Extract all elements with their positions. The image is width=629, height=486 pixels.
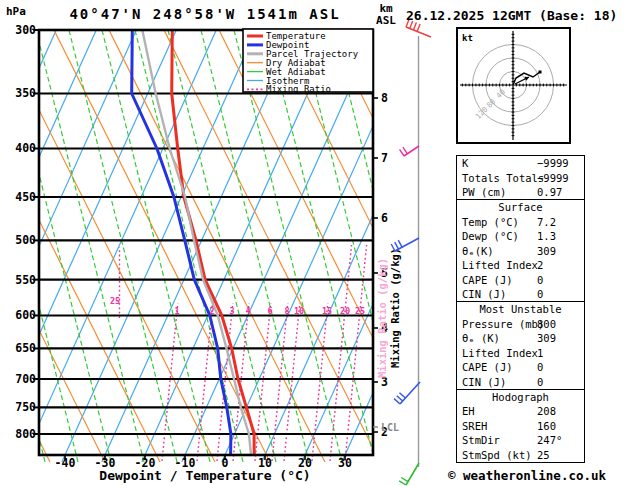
info-row: PW (cm)0.97 (457, 185, 584, 199)
hodograph-trace-end (539, 71, 542, 74)
info-row: θₑ (K)309 (457, 331, 584, 345)
km-tick-label: 7 (381, 151, 388, 165)
isotherm-line (0, 30, 16, 462)
mixing-ratio-label: 20 (340, 306, 350, 316)
info-value: 208 (537, 405, 556, 417)
pressure-tick-label: 800 (15, 427, 36, 441)
mixing-ratio-label: 2 (209, 306, 214, 316)
temp-tick-label: -40 (55, 456, 76, 470)
info-row: CAPE (J)0 (457, 360, 584, 374)
info-row: Temp (°C)7.2 (457, 215, 584, 229)
info-row: Lifted Index2 (457, 258, 584, 272)
info-row: EH208 (457, 404, 584, 418)
wind-barb (399, 463, 419, 485)
info-row: K−9999 (457, 156, 584, 170)
info-label: EH (457, 405, 475, 417)
info-label: SREH (457, 420, 487, 432)
info-value: 0.97 (537, 186, 562, 198)
watermark: © weatheronline.co.uk (448, 468, 606, 483)
info-row: CIN (J)0 (457, 374, 584, 388)
station-title: 40°47'N 248°58'W 1541m ASL (40, 6, 370, 22)
info-value: 247° (537, 434, 562, 446)
barb-tick (401, 477, 408, 481)
pressure-tick-label: 550 (15, 273, 36, 287)
pressure-tick-label: 400 (15, 141, 36, 155)
legend: TemperatureDewpointParcel TrajectoryDry … (243, 29, 373, 94)
info-value: 309 (537, 332, 556, 344)
info-value: 0 (537, 361, 543, 373)
info-label: CIN (J) (457, 288, 506, 300)
pressure-tick-label: 500 (15, 233, 36, 247)
info-label: Pressure (mb) (457, 318, 544, 330)
info-label: Totals Totals (457, 172, 544, 184)
barb-tick (397, 396, 403, 401)
mixing-ratio-label: 8 (284, 306, 289, 316)
hodograph-unit-label: kt (462, 33, 473, 43)
info-label: CAPE (J) (457, 361, 513, 373)
info-value: 1 (537, 347, 543, 359)
info-row: StmDir247° (457, 433, 584, 447)
wind-barb (394, 382, 420, 404)
barb-tick (394, 399, 400, 404)
info-label: θₑ (K) (457, 332, 500, 344)
mixing-ratio-label: 4 (245, 306, 250, 316)
x-axis-title: Dewpoint / Temperature (°C) (99, 468, 310, 483)
hodograph: 4080120kt (457, 28, 570, 143)
info-row: Pressure (mb)800 (457, 317, 584, 331)
pressure-tick-label: 650 (15, 341, 36, 355)
mixing-ratio-label: 6 (267, 306, 272, 316)
barb-tick (400, 149, 404, 156)
pressure-tick-label: 450 (15, 190, 36, 204)
asl-label: ASL (369, 15, 403, 27)
info-label: CIN (J) (457, 376, 506, 388)
info-label: StmSpd (kt) (457, 449, 532, 461)
info-label: Dewp (°C) (457, 230, 519, 242)
mixing-ratio-label: 3 (229, 306, 234, 316)
info-label: Lifted Index (457, 259, 538, 271)
info-row: θₑ(K)309 (457, 244, 584, 258)
info-row: CIN (J)0 (457, 287, 584, 301)
mixing-ratio-label: 15 (322, 306, 332, 316)
pressure-tick-label: 350 (15, 86, 36, 100)
info-label: Lifted Index (457, 347, 538, 359)
skewt-page: 3003504004505005506006507007508001234681… (0, 0, 629, 486)
info-value: 160 (537, 420, 556, 432)
wet-adiabat-line (69, 30, 177, 462)
mixing-ratio-label: 25 (110, 296, 120, 306)
barb-tick (399, 481, 406, 485)
info-label: PW (cm) (457, 186, 506, 198)
mixing-ratio-label: 10 (294, 306, 304, 316)
info-value: 800 (537, 318, 556, 330)
info-row: StmSpd (kt)25 (457, 447, 584, 461)
pressure-tick-label: 700 (15, 372, 36, 386)
mixing-ratio-label: 1 (174, 306, 179, 316)
info-value: 0 (537, 274, 543, 286)
info-row: Dewp (°C)1.3 (457, 229, 584, 243)
info-row: SREH160 (457, 419, 584, 433)
info-panel: K−9999Totals Totals−9999PW (cm)0.97Surfa… (456, 155, 585, 463)
barb-tick (399, 393, 405, 398)
info-row: CAPE (J)0 (457, 272, 584, 286)
altitude-unit-label: km ASL (369, 3, 403, 27)
barb-tick (413, 23, 416, 30)
info-label: CAPE (J) (457, 274, 513, 286)
mixing-axis-label-ghost: Mixing Ratio (g/kg) (376, 258, 388, 378)
mixing-ratio-line (197, 303, 213, 461)
info-value: 7.2 (537, 216, 556, 228)
barb-tick (398, 240, 402, 247)
info-value: 0 (537, 376, 543, 388)
info-value: −9999 (537, 172, 569, 184)
info-section-title: Most Unstable (457, 301, 584, 316)
barb-staff (406, 463, 419, 485)
wet-adiabat-line (168, 30, 276, 462)
info-value: 0 (537, 288, 543, 300)
info-section-title: Hodograph (457, 389, 584, 404)
pressure-tick-label: 300 (15, 23, 36, 37)
barb-tick (403, 147, 407, 154)
wind-barb (400, 146, 419, 156)
barb-staff (395, 238, 419, 251)
datetime-label: 26.12.2025 12GMT (Base: 18) (406, 8, 617, 23)
info-value: 1.3 (537, 230, 556, 242)
info-row: Lifted Index1 (457, 345, 584, 359)
wet-adiabat-line (234, 30, 342, 462)
